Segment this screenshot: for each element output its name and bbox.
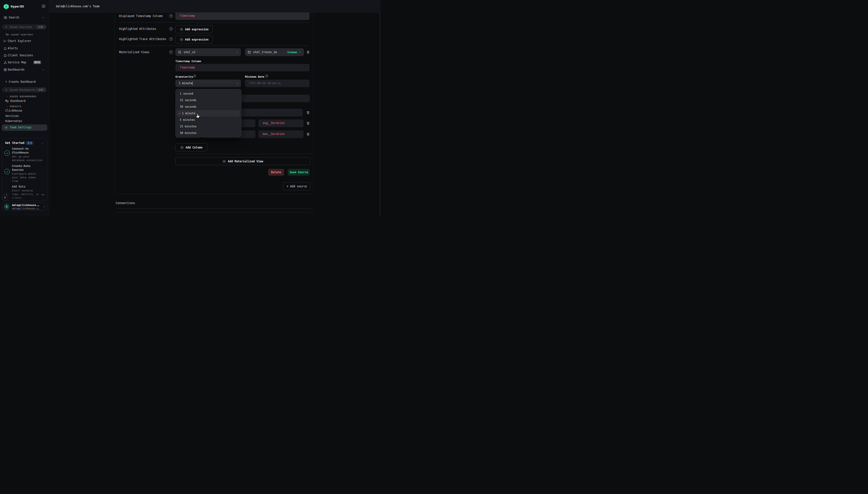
schema-badge[interactable]: Schema	[287, 51, 297, 54]
sidebar-item-chart-explorer[interactable]: Chart Explorer	[0, 39, 49, 43]
granularity-dropdown: 1 second 15 seconds 30 seconds ✓ 1 minut…	[175, 89, 242, 137]
nav-label: Client Sessions	[8, 54, 33, 57]
connections-title: Connections	[116, 202, 135, 205]
delete-column-button[interactable]	[306, 111, 310, 115]
materialized-table-select[interactable]: otel_traces_1m Schema	[245, 48, 304, 56]
step2-subtitle-line3: from	[12, 179, 18, 183]
add-source-label: Add source	[290, 185, 307, 188]
sidebar-item-team-settings[interactable]: Team Settings	[2, 125, 47, 131]
delete-column-button[interactable]	[306, 132, 310, 136]
column-name-input[interactable]: avg__Duration	[258, 119, 304, 127]
materialized-view-value: otel_v2	[184, 51, 195, 54]
sidebar-item-client-sessions[interactable]: Client Sessions	[0, 53, 49, 58]
user-card[interactable]: D dale@clickhouse.… dale@clickhouse.c…	[2, 202, 47, 211]
add-materialized-view-button[interactable]: Add Materialized View	[175, 157, 310, 165]
delete-source-button[interactable]: Delete	[268, 169, 284, 176]
granularity-option[interactable]: 30 seconds	[177, 103, 240, 110]
saved-searches-input[interactable]: Saved Searches ⌘ K	[2, 24, 47, 30]
granularity-option[interactable]: 5 minutes	[177, 116, 240, 123]
connections-panel	[115, 212, 314, 216]
shortcut-badge: ⌘ K	[36, 25, 45, 29]
section-label: SAVED DASHBOARDS	[10, 95, 37, 98]
saved-dashboards-section[interactable]: SAVED DASHBOARDS	[0, 95, 49, 98]
column-name-value: max__Duration	[263, 132, 285, 136]
chevron-up-icon	[42, 16, 45, 19]
step3-subtitle-line2: logs, metrics, or	[12, 192, 39, 196]
hyperdx-logo-icon[interactable]	[4, 4, 9, 9]
add-column-label: Add Column	[186, 146, 202, 149]
granularity-option[interactable]: 30 minutes	[177, 130, 240, 136]
get-started-card: Get Started 2/3 Connect to ClickHouse Se…	[2, 138, 47, 201]
granularity-value: 1 minute	[179, 81, 192, 85]
granularity-option[interactable]: 15 minutes	[177, 123, 240, 130]
plus-icon: +	[287, 184, 288, 188]
highlighted-trace-attributes-label: Highlighted Trace Attributes	[119, 37, 166, 41]
plus-circle-icon	[180, 38, 183, 41]
sidebar-item-dashboards[interactable]: Dashboards	[0, 68, 49, 72]
chart-explorer-icon	[3, 39, 7, 43]
step2-title-line2: Sources	[12, 168, 23, 172]
save-source-button[interactable]: Save Source	[288, 169, 310, 176]
saved-dashboards-input[interactable]: Saved Dashboards ⌘ K	[2, 87, 47, 92]
highlighted-trace-attributes-help-icon[interactable]: ?	[169, 37, 173, 41]
add-column-button[interactable]: Add Column	[175, 144, 207, 151]
collapse-sidebar-icon[interactable]	[41, 4, 45, 8]
minimum-date-input[interactable]: YYYY-MM-DD HH:mm:ss	[245, 80, 310, 87]
divider	[175, 154, 313, 154]
granularity-help-icon[interactable]: ?	[193, 75, 196, 77]
highlighted-attributes-help-icon[interactable]: ?	[169, 27, 173, 31]
timestamp-column-input[interactable]: Timestamp	[175, 64, 310, 71]
granularity-option-selected[interactable]: ✓ 1 minute	[177, 110, 240, 116]
command-icon: ⌘	[39, 26, 40, 28]
chevron-down-icon	[6, 95, 8, 98]
arrow-right-icon[interactable]	[41, 193, 44, 196]
minimum-date-help-icon[interactable]: ?	[265, 75, 268, 77]
help-button[interactable]: ?	[2, 195, 8, 201]
column-name-input[interactable]: max__Duration	[258, 130, 304, 138]
sidebar-item-alerts[interactable]: Alerts	[0, 46, 49, 51]
step3-title: Add Data	[12, 185, 25, 189]
create-dashboard-button[interactable]: + Create Dashboard	[0, 80, 49, 84]
sidebar-item-service-map[interactable]: Service Map BETA	[0, 60, 49, 65]
chevron-up-icon[interactable]	[41, 141, 44, 145]
chevron-up-icon	[42, 68, 45, 71]
search-panel-icon	[4, 16, 7, 19]
scrollbar-track[interactable]	[380, 12, 380, 216]
add-expression-label: Add expression	[185, 28, 209, 31]
materialized-view-select[interactable]: otel_v2	[175, 48, 241, 56]
delete-materialized-view-button[interactable]	[306, 50, 310, 54]
service-map-icon	[3, 61, 7, 64]
add-trace-expression-button[interactable]: Add expression	[175, 35, 213, 43]
team-title: dale@clickhouse.com's Team	[56, 5, 99, 8]
nav-label: Chart Explorer	[8, 39, 31, 43]
bell-icon	[3, 46, 7, 50]
displayed-timestamp-help-icon[interactable]: ?	[169, 14, 173, 18]
divider	[116, 209, 313, 209]
plus-circle-icon	[180, 28, 183, 31]
shortcut-badge: ⌘ K	[36, 88, 45, 92]
user-email: dale@clickhouse.c…	[12, 207, 40, 210]
laptop-icon	[3, 54, 7, 57]
presets-section[interactable]: PRESETS	[0, 105, 49, 108]
add-expression-button[interactable]: Add expression	[175, 25, 213, 33]
sidebar-item-search[interactable]: Search	[0, 15, 49, 20]
plus-icon: +	[5, 80, 7, 83]
saved-searches-placeholder: Saved Searches	[10, 25, 32, 28]
granularity-combobox[interactable]: 1 minute	[175, 80, 241, 87]
delete-column-button[interactable]	[306, 121, 310, 125]
dashboards-icon	[3, 68, 7, 72]
materialized-views-help-icon[interactable]: ?	[169, 51, 173, 54]
sidebar-item-kubernetes[interactable]: Kubernetes	[5, 119, 22, 123]
select-updown-icon	[235, 81, 239, 85]
sidebar-item-clickhouse[interactable]: ClickHouse	[5, 109, 22, 113]
chevron-right-icon	[43, 205, 46, 208]
sidebar-item-services[interactable]: Services	[5, 114, 19, 118]
add-source-button[interactable]: + Add source	[283, 182, 310, 190]
nav-label: Dashboards	[8, 68, 24, 72]
materialized-views-label: Materialized Views	[119, 50, 150, 54]
granularity-option[interactable]: 15 seconds	[177, 97, 240, 103]
nav-label: Alerts	[8, 46, 18, 50]
granularity-option[interactable]: 1 second	[177, 90, 240, 97]
divider	[119, 22, 310, 23]
sidebar-item-my-dashboard[interactable]: My Dashboard	[5, 99, 25, 103]
